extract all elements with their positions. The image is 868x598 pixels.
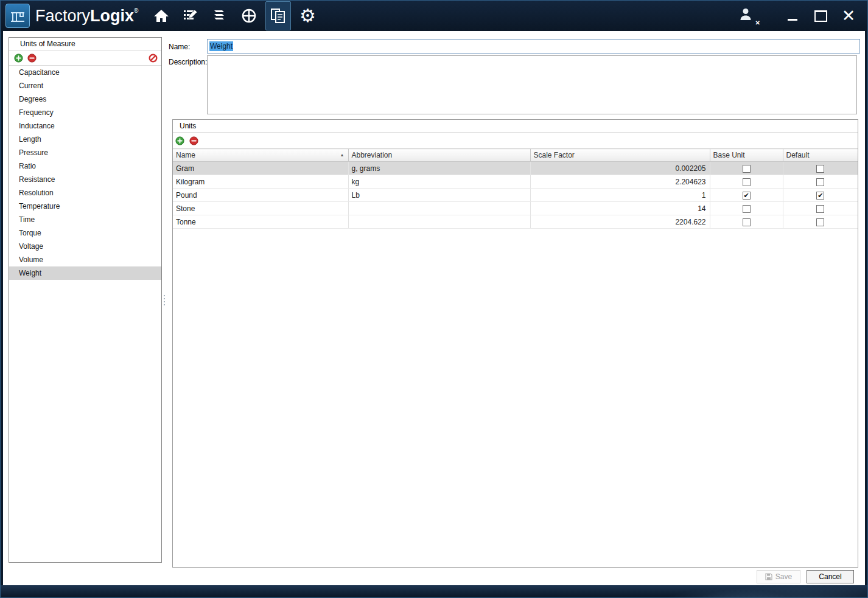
column-header-scale-factor[interactable]: Scale Factor bbox=[530, 149, 710, 162]
nav-reports-button[interactable] bbox=[265, 1, 291, 30]
save-button[interactable]: Save bbox=[757, 570, 800, 583]
unit-abbreviation-cell[interactable]: g, grams bbox=[348, 162, 530, 175]
remove-unit-button[interactable] bbox=[189, 136, 198, 145]
panel-splitter[interactable] bbox=[161, 37, 167, 563]
disable-uom-button[interactable] bbox=[149, 54, 158, 63]
unit-scale-factor-cell[interactable]: 14 bbox=[530, 202, 710, 215]
sidebar-item-weight[interactable]: Weight bbox=[9, 266, 161, 280]
sidebar-item-length[interactable]: Length bbox=[9, 133, 161, 146]
home-icon bbox=[153, 9, 169, 23]
base-unit-checkbox[interactable] bbox=[743, 178, 751, 186]
name-input-selected-text: Weight bbox=[209, 41, 233, 51]
base-unit-checkbox[interactable] bbox=[743, 218, 751, 226]
sidebar-item-ratio[interactable]: Ratio bbox=[9, 159, 161, 173]
cancel-button[interactable]: Cancel bbox=[807, 570, 854, 583]
unit-name-cell[interactable]: Tonne bbox=[173, 215, 348, 229]
units-group-title: Units bbox=[173, 120, 858, 133]
base-unit-checkbox[interactable]: ✔ bbox=[743, 192, 751, 200]
nav-home-button[interactable] bbox=[149, 1, 174, 30]
minimize-button[interactable] bbox=[779, 4, 807, 27]
base-unit-checkbox[interactable] bbox=[743, 165, 751, 173]
base-unit-checkbox-cell bbox=[710, 215, 783, 229]
nav-materials-button[interactable] bbox=[207, 1, 233, 30]
unit-scale-factor-cell[interactable]: 0.002205 bbox=[530, 162, 710, 175]
remove-uom-button[interactable] bbox=[27, 54, 37, 63]
titlebar: FactoryLogix® bbox=[1, 1, 867, 31]
default-checkbox[interactable]: ✔ bbox=[816, 192, 824, 200]
app-title: FactoryLogix® bbox=[35, 7, 138, 26]
unit-abbreviation-cell[interactable] bbox=[348, 215, 530, 229]
sidebar-item-pressure[interactable]: Pressure bbox=[9, 146, 161, 159]
unit-row-gram[interactable]: Gramg, grams0.002205 bbox=[173, 162, 858, 175]
sidebar-item-volume[interactable]: Volume bbox=[9, 253, 161, 266]
column-header-default[interactable]: Default bbox=[783, 149, 858, 162]
add-uom-button[interactable] bbox=[14, 54, 23, 63]
close-button[interactable]: ✕ bbox=[835, 4, 863, 27]
remove-icon bbox=[189, 136, 198, 145]
unit-abbreviation-cell[interactable] bbox=[348, 202, 530, 215]
maximize-button[interactable] bbox=[807, 4, 835, 27]
default-checkbox[interactable] bbox=[816, 218, 824, 226]
edit-list-icon bbox=[183, 8, 198, 24]
trademark-symbol: ® bbox=[134, 7, 138, 14]
unit-row-pound[interactable]: PoundLb1✔✔ bbox=[173, 189, 858, 202]
nav-settings-button[interactable]: ⚙ bbox=[295, 1, 320, 30]
unit-row-stone[interactable]: Stone14 bbox=[173, 202, 858, 215]
default-checkbox[interactable] bbox=[816, 165, 824, 173]
nav-production-button[interactable] bbox=[236, 1, 262, 30]
unit-name-cell[interactable]: Stone bbox=[173, 202, 348, 215]
name-input[interactable]: Weight bbox=[207, 39, 860, 54]
description-input[interactable] bbox=[207, 55, 857, 114]
default-checkbox[interactable] bbox=[816, 178, 824, 186]
base-unit-checkbox[interactable] bbox=[743, 205, 751, 213]
default-checkbox[interactable] bbox=[816, 205, 824, 213]
base-unit-checkbox-cell bbox=[710, 162, 783, 175]
uom-panel-title: Units of Measure bbox=[9, 38, 161, 51]
default-checkbox-cell bbox=[783, 175, 858, 189]
logout-x-icon: ✕ bbox=[755, 19, 760, 26]
column-header-base-unit[interactable]: Base Unit bbox=[710, 149, 783, 162]
sidebar-item-time[interactable]: Time bbox=[9, 213, 161, 226]
base-unit-checkbox-cell: ✔ bbox=[710, 189, 783, 202]
sidebar-item-capacitance[interactable]: Capacitance bbox=[9, 66, 161, 79]
unit-abbreviation-cell[interactable]: kg bbox=[348, 175, 530, 189]
unit-name-cell[interactable]: Gram bbox=[173, 162, 348, 175]
unit-scale-factor-cell[interactable]: 1 bbox=[530, 189, 710, 202]
user-icon bbox=[740, 8, 753, 21]
uom-panel: Units of Measure bbox=[9, 37, 162, 563]
sidebar-item-voltage[interactable]: Voltage bbox=[9, 240, 161, 253]
sidebar-item-resistance[interactable]: Resistance bbox=[9, 173, 161, 186]
unit-scale-factor-cell[interactable]: 2204.622 bbox=[530, 215, 710, 229]
units-table: Name▲ Abbreviation Scale Factor Base Uni… bbox=[173, 148, 858, 229]
unit-name-cell[interactable]: Pound bbox=[173, 189, 348, 202]
base-unit-checkbox-cell bbox=[710, 175, 783, 189]
nav-process-editor-button[interactable] bbox=[178, 1, 203, 30]
units-group: Units bbox=[172, 119, 858, 568]
block-icon bbox=[149, 54, 158, 63]
unit-name-cell[interactable]: Kilogram bbox=[173, 175, 348, 189]
sort-ascending-icon: ▲ bbox=[340, 153, 345, 157]
cancel-button-label: Cancel bbox=[819, 572, 841, 581]
base-unit-checkbox-cell bbox=[710, 202, 783, 215]
sidebar-item-current[interactable]: Current bbox=[9, 79, 161, 92]
unit-abbreviation-cell[interactable]: Lb bbox=[348, 189, 530, 202]
sidebar-item-frequency[interactable]: Frequency bbox=[9, 106, 161, 119]
sidebar-item-inductance[interactable]: Inductance bbox=[9, 119, 161, 133]
units-toolbar bbox=[173, 133, 858, 148]
window-bottom-edge bbox=[1, 585, 867, 597]
gear-icon: ⚙ bbox=[299, 7, 316, 25]
unit-row-kilogram[interactable]: Kilogramkg2.204623 bbox=[173, 175, 858, 189]
unit-row-tonne[interactable]: Tonne2204.622 bbox=[173, 215, 858, 229]
user-logout-button[interactable]: ✕ bbox=[740, 8, 760, 24]
sidebar-item-temperature[interactable]: Temperature bbox=[9, 200, 161, 213]
app-name-light: Factory bbox=[35, 7, 90, 25]
add-unit-button[interactable] bbox=[175, 136, 184, 145]
uom-toolbar bbox=[9, 51, 161, 66]
column-header-name[interactable]: Name▲ bbox=[173, 149, 348, 162]
column-header-abbreviation[interactable]: Abbreviation bbox=[348, 149, 530, 162]
close-icon: ✕ bbox=[842, 8, 856, 24]
sidebar-item-degrees[interactable]: Degrees bbox=[9, 92, 161, 106]
sidebar-item-resolution[interactable]: Resolution bbox=[9, 186, 161, 200]
unit-scale-factor-cell[interactable]: 2.204623 bbox=[530, 175, 710, 189]
sidebar-item-torque[interactable]: Torque bbox=[9, 226, 161, 240]
